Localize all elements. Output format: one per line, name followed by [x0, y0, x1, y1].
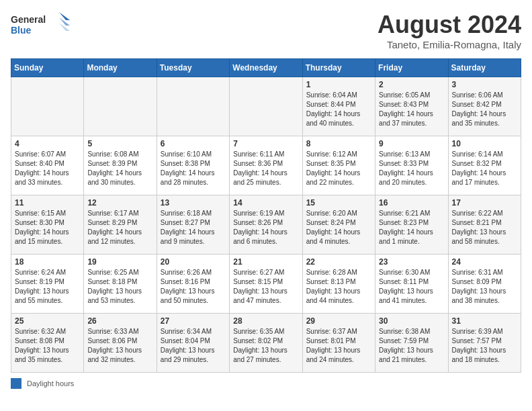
calendar-cell [157, 77, 229, 136]
calendar-cell: 8Sunrise: 6:12 AMSunset: 8:35 PMDaylight… [302, 136, 375, 195]
day-number: 20 [161, 257, 226, 267]
day-number: 7 [233, 139, 298, 148]
calendar-cell: 3Sunrise: 6:06 AMSunset: 8:42 PMDaylight… [448, 77, 521, 136]
day-info: Sunrise: 6:37 AMSunset: 8:01 PMDaylight:… [306, 327, 371, 365]
legend-label: Daylight hours [27, 379, 74, 387]
day-info: Sunrise: 6:04 AMSunset: 8:44 PMDaylight:… [306, 91, 371, 128]
calendar-cell: 10Sunrise: 6:14 AMSunset: 8:32 PMDayligh… [448, 136, 521, 195]
day-info: Sunrise: 6:31 AMSunset: 8:09 PMDaylight:… [452, 268, 517, 306]
day-number: 1 [306, 80, 371, 89]
day-info: Sunrise: 6:06 AMSunset: 8:42 PMDaylight:… [452, 91, 517, 128]
header-wednesday: Wednesday [230, 59, 302, 77]
calendar-cell: 23Sunrise: 6:30 AMSunset: 8:11 PMDayligh… [375, 255, 448, 314]
day-info: Sunrise: 6:39 AMSunset: 7:57 PMDaylight:… [452, 327, 517, 365]
calendar-week-row: 11Sunrise: 6:15 AMSunset: 8:30 PMDayligh… [11, 195, 521, 255]
day-number: 5 [87, 139, 152, 148]
day-info: Sunrise: 6:26 AMSunset: 8:16 PMDaylight:… [161, 268, 226, 306]
calendar-cell: 24Sunrise: 6:31 AMSunset: 8:09 PMDayligh… [448, 255, 521, 314]
calendar-cell: 12Sunrise: 6:17 AMSunset: 8:29 PMDayligh… [84, 195, 157, 255]
day-info: Sunrise: 6:24 AMSunset: 8:19 PMDaylight:… [15, 268, 80, 306]
day-number: 11 [15, 198, 80, 208]
header-tuesday: Tuesday [157, 59, 229, 77]
logo: General Blue [11, 11, 71, 40]
calendar-week-row: 4Sunrise: 6:07 AMSunset: 8:40 PMDaylight… [11, 136, 521, 195]
logo-svg: General Blue [11, 11, 71, 40]
calendar-cell: 25Sunrise: 6:32 AMSunset: 8:08 PMDayligh… [11, 314, 84, 373]
calendar-cell: 5Sunrise: 6:08 AMSunset: 8:39 PMDaylight… [84, 136, 157, 195]
day-info: Sunrise: 6:05 AMSunset: 8:43 PMDaylight:… [379, 91, 444, 128]
calendar-cell: 14Sunrise: 6:19 AMSunset: 8:26 PMDayligh… [230, 195, 302, 255]
legend-box [11, 378, 21, 389]
day-number: 27 [161, 316, 226, 326]
calendar-cell: 16Sunrise: 6:21 AMSunset: 8:23 PMDayligh… [375, 195, 448, 255]
day-number: 23 [379, 257, 444, 267]
calendar-week-row: 18Sunrise: 6:24 AMSunset: 8:19 PMDayligh… [11, 255, 521, 314]
calendar-cell: 2Sunrise: 6:05 AMSunset: 8:43 PMDaylight… [375, 77, 448, 136]
day-number: 3 [452, 80, 517, 89]
day-number: 12 [87, 198, 152, 208]
header-sunday: Sunday [11, 59, 84, 77]
day-info: Sunrise: 6:15 AMSunset: 8:30 PMDaylight:… [15, 209, 80, 246]
day-number: 21 [233, 257, 298, 267]
header-monday: Monday [84, 59, 157, 77]
calendar-cell: 17Sunrise: 6:22 AMSunset: 8:21 PMDayligh… [448, 195, 521, 255]
day-info: Sunrise: 6:28 AMSunset: 8:13 PMDaylight:… [306, 268, 371, 306]
day-number: 26 [87, 316, 152, 326]
day-number: 17 [452, 198, 517, 208]
day-number: 10 [452, 139, 517, 148]
day-info: Sunrise: 6:10 AMSunset: 8:38 PMDaylight:… [161, 150, 226, 187]
day-info: Sunrise: 6:25 AMSunset: 8:18 PMDaylight:… [87, 268, 152, 306]
month-title: August 2024 [378, 11, 521, 39]
day-info: Sunrise: 6:32 AMSunset: 8:08 PMDaylight:… [15, 327, 80, 365]
calendar-cell: 13Sunrise: 6:18 AMSunset: 8:27 PMDayligh… [157, 195, 229, 255]
svg-text:General: General [11, 14, 46, 25]
day-number: 4 [15, 139, 80, 148]
calendar-cell: 11Sunrise: 6:15 AMSunset: 8:30 PMDayligh… [11, 195, 84, 255]
legend: Daylight hours [11, 378, 521, 389]
day-info: Sunrise: 6:21 AMSunset: 8:23 PMDaylight:… [379, 209, 444, 246]
day-info: Sunrise: 6:19 AMSunset: 8:26 PMDaylight:… [233, 209, 298, 246]
header-thursday: Thursday [302, 59, 375, 77]
day-info: Sunrise: 6:22 AMSunset: 8:21 PMDaylight:… [452, 209, 517, 246]
calendar-cell [84, 77, 157, 136]
day-number: 29 [306, 316, 371, 326]
calendar-cell: 29Sunrise: 6:37 AMSunset: 8:01 PMDayligh… [302, 314, 375, 373]
day-info: Sunrise: 6:07 AMSunset: 8:40 PMDaylight:… [15, 150, 80, 187]
day-info: Sunrise: 6:12 AMSunset: 8:35 PMDaylight:… [306, 150, 371, 187]
calendar-week-row: 25Sunrise: 6:32 AMSunset: 8:08 PMDayligh… [11, 314, 521, 373]
calendar-week-row: 1Sunrise: 6:04 AMSunset: 8:44 PMDaylight… [11, 77, 521, 136]
calendar-cell: 20Sunrise: 6:26 AMSunset: 8:16 PMDayligh… [157, 255, 229, 314]
day-number: 30 [379, 316, 444, 326]
calendar-cell: 28Sunrise: 6:35 AMSunset: 8:02 PMDayligh… [230, 314, 302, 373]
svg-text:Blue: Blue [11, 25, 32, 36]
calendar-cell: 6Sunrise: 6:10 AMSunset: 8:38 PMDaylight… [157, 136, 229, 195]
calendar-cell: 22Sunrise: 6:28 AMSunset: 8:13 PMDayligh… [302, 255, 375, 314]
calendar-cell: 1Sunrise: 6:04 AMSunset: 8:44 PMDaylight… [302, 77, 375, 136]
calendar-cell: 15Sunrise: 6:20 AMSunset: 8:24 PMDayligh… [302, 195, 375, 255]
calendar-cell [230, 77, 302, 136]
day-info: Sunrise: 6:34 AMSunset: 8:04 PMDaylight:… [161, 327, 226, 365]
calendar-cell: 26Sunrise: 6:33 AMSunset: 8:06 PMDayligh… [84, 314, 157, 373]
calendar-cell: 7Sunrise: 6:11 AMSunset: 8:36 PMDaylight… [230, 136, 302, 195]
day-number: 22 [306, 257, 371, 267]
day-number: 19 [87, 257, 152, 267]
day-info: Sunrise: 6:30 AMSunset: 8:11 PMDaylight:… [379, 268, 444, 306]
day-number: 14 [233, 198, 298, 208]
header: General Blue August 2024 Taneto, Emilia-… [11, 11, 521, 50]
day-number: 13 [161, 198, 226, 208]
calendar-cell: 4Sunrise: 6:07 AMSunset: 8:40 PMDaylight… [11, 136, 84, 195]
calendar-cell: 19Sunrise: 6:25 AMSunset: 8:18 PMDayligh… [84, 255, 157, 314]
day-info: Sunrise: 6:27 AMSunset: 8:15 PMDaylight:… [233, 268, 298, 306]
calendar-cell [11, 77, 84, 136]
day-number: 28 [233, 316, 298, 326]
day-number: 16 [379, 198, 444, 208]
day-info: Sunrise: 6:13 AMSunset: 8:33 PMDaylight:… [379, 150, 444, 187]
day-info: Sunrise: 6:33 AMSunset: 8:06 PMDaylight:… [87, 327, 152, 365]
day-info: Sunrise: 6:35 AMSunset: 8:02 PMDaylight:… [233, 327, 298, 365]
calendar-cell: 27Sunrise: 6:34 AMSunset: 8:04 PMDayligh… [157, 314, 229, 373]
calendar-table: Sunday Monday Tuesday Wednesday Thursday… [11, 58, 521, 373]
location-title: Taneto, Emilia-Romagna, Italy [378, 39, 521, 50]
day-number: 31 [452, 316, 517, 326]
day-number: 24 [452, 257, 517, 267]
day-number: 8 [306, 139, 371, 148]
